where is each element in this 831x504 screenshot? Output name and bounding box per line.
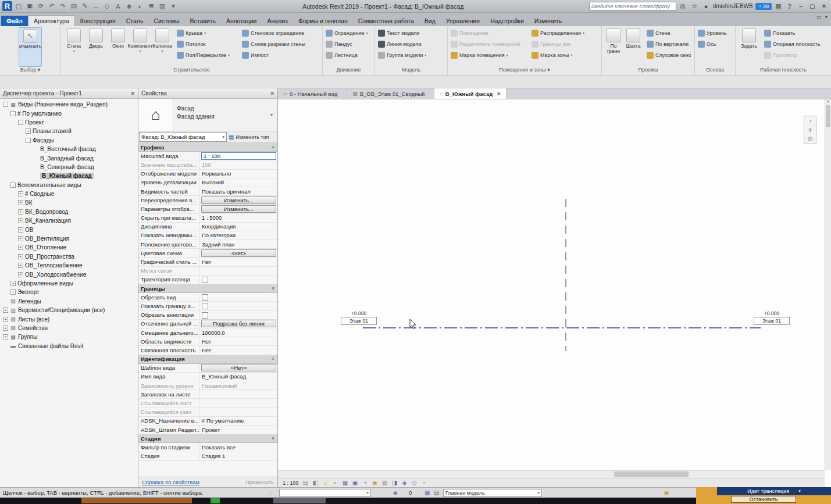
username[interactable]: dmishinJEBWB xyxy=(713,3,753,9)
ribbon-big-button[interactable]: Шахта xyxy=(623,27,643,67)
expander-icon[interactable]: + xyxy=(18,236,23,241)
property-row[interactable]: Положение цветово... Задний план ≡ xyxy=(138,240,277,249)
measure-icon[interactable]: ✎ xyxy=(81,2,89,10)
property-row[interactable]: Масштаб вида 1 : 100 ≡ xyxy=(138,152,277,160)
drawing-area[interactable]: +0.000 Этаж 01 +0.000 Этаж 01 ◔✛◎ xyxy=(278,99,825,470)
ribbon-big-button[interactable]: Дверь xyxy=(85,27,107,67)
ribbon-big-button[interactable]: По грани xyxy=(604,27,623,67)
temporary-hide-isolate-icon[interactable]: ◔ xyxy=(362,480,369,486)
property-row[interactable]: Смещение дальнего... 100000.0 ≡ xyxy=(138,328,277,337)
ribbon-tab[interactable]: Формы и генплан xyxy=(293,16,353,26)
search-icon[interactable]: ◎ xyxy=(679,2,687,10)
ribbon-tab[interactable]: Анализ xyxy=(262,16,293,26)
restore-button[interactable]: ▢ xyxy=(808,3,817,9)
ribbon-big-button[interactable]: Окно xyxy=(107,27,129,67)
ribbon-small-button[interactable]: Разделитель помещений xyxy=(450,38,528,49)
level-head-left[interactable]: +0.000 Этаж 01 xyxy=(341,310,377,325)
property-row[interactable]: Траектория солнца ≡ xyxy=(138,276,277,284)
expander-icon[interactable]: - xyxy=(26,138,31,143)
tree-item[interactable]: - Проект xyxy=(0,118,138,127)
tree-item[interactable]: + ▩ Группы xyxy=(0,333,138,341)
tree-item[interactable]: + ОВ_Пространства xyxy=(0,252,138,261)
ribbon-small-button[interactable]: Границы зон xyxy=(530,38,599,49)
panel-label-rooms[interactable]: Помещения и зоны ▾ xyxy=(448,67,601,76)
ribbon-big-button[interactable]: Задать xyxy=(737,27,761,67)
save-icon[interactable]: ▣ xyxy=(26,2,34,10)
tree-item[interactable]: + ОВ_Вентиляция xyxy=(0,234,138,243)
expander-icon[interactable]: + xyxy=(3,317,8,322)
sign-in-icon[interactable]: ● xyxy=(702,3,711,10)
horizontal-scrollbar[interactable] xyxy=(278,470,825,478)
ribbon-tab[interactable]: Конструкция xyxy=(75,16,121,26)
pan-icon[interactable]: ✛ xyxy=(808,127,812,133)
ribbon-small-button[interactable]: Ограждение▾ xyxy=(324,27,373,38)
property-row[interactable]: Переопределения в... Изменить... ≡ xyxy=(138,196,277,205)
tree-item[interactable]: + ВК_Водопровод xyxy=(0,208,138,216)
tree-item[interactable]: - # По умолчанию xyxy=(0,109,138,117)
ribbon-small-button[interactable]: Марка помещения▾ xyxy=(450,49,528,60)
ribbon-tab[interactable]: Сталь xyxy=(121,16,149,26)
help-icon[interactable]: ? xyxy=(785,3,794,10)
scale-control[interactable]: 1 : 100 xyxy=(283,480,299,486)
vertical-scrollbar[interactable]: ▲ xyxy=(825,99,831,470)
tree-item[interactable]: + # Сводные xyxy=(0,190,138,198)
ribbon-small-button[interactable]: Ось xyxy=(697,38,733,49)
properties-help-link[interactable]: Справка по свойствам xyxy=(142,479,199,485)
expander-icon[interactable]: + xyxy=(18,272,23,277)
scrollbar-thumb[interactable] xyxy=(826,105,830,127)
scrollbar-thumb[interactable] xyxy=(614,471,689,477)
property-row[interactable]: Обрезать аннотации ≡ xyxy=(138,311,277,320)
tree-item[interactable]: В_Западный фасад xyxy=(0,153,138,162)
shadows-icon[interactable]: ◐ xyxy=(332,480,339,486)
app-store-icon[interactable]: ▦ xyxy=(774,2,783,10)
pin-icon[interactable]: ≡ xyxy=(272,286,277,291)
ribbon-small-button[interactable]: Помещение xyxy=(450,27,528,38)
minimize-button[interactable]: – xyxy=(796,3,805,9)
property-row[interactable]: Обрезать вид ≡ xyxy=(138,293,277,302)
property-row[interactable]: Ссылающийся узел ≡ xyxy=(138,408,277,417)
ribbon-display-toggle-icon[interactable]: ▭ xyxy=(816,14,822,20)
close-icon[interactable]: ✕ xyxy=(270,91,274,96)
view-tab[interactable]: ⌂ В_Южный фасад ✕ xyxy=(434,88,507,99)
stop-broadcast-button[interactable]: Остановить xyxy=(731,496,796,503)
ribbon-small-button[interactable]: Схема разрезки стены xyxy=(241,38,315,49)
ribbon-tab[interactable]: Управление xyxy=(441,16,485,26)
property-row[interactable]: Границы ≡ xyxy=(138,284,277,293)
expander-icon[interactable]: + xyxy=(26,128,31,134)
expander-icon[interactable]: - xyxy=(10,183,16,188)
property-row[interactable]: Параметры отобра... Изменить... ≡ xyxy=(138,205,277,213)
property-row[interactable]: Стадии ≡ xyxy=(138,434,277,443)
pin-icon[interactable]: ≡ xyxy=(272,356,277,362)
worksets-combo[interactable]: ▾ xyxy=(279,489,371,497)
expander-icon[interactable]: - xyxy=(10,111,16,116)
detail-level-icon[interactable]: ▤ xyxy=(302,480,309,486)
tree-item[interactable]: + ВК xyxy=(0,198,138,207)
expander-icon[interactable]: + xyxy=(18,200,23,205)
sync-with-central-icon[interactable]: ⟳ xyxy=(37,2,45,10)
level-head-right[interactable]: +0.000 Этаж 01 xyxy=(754,310,790,325)
customize-qat-icon[interactable]: ▾ xyxy=(169,2,177,10)
close-button[interactable]: ✕ xyxy=(819,3,829,9)
crop-view-icon[interactable]: ▦ xyxy=(342,480,349,486)
property-row[interactable]: Уровень детализации Высокий ≡ xyxy=(138,178,277,187)
property-row[interactable]: Метка связи ≡ xyxy=(138,267,277,276)
ribbon-small-button[interactable]: Потолок xyxy=(176,38,238,49)
property-row[interactable]: Стадия Стадия 1 ≡ xyxy=(138,452,277,461)
ribbon-tab[interactable]: Вставить xyxy=(184,16,221,26)
expander-icon[interactable]: + xyxy=(10,281,16,286)
aligned-dimension-icon[interactable]: ↔ xyxy=(92,3,100,10)
close-inactive-windows-icon[interactable]: ▥ xyxy=(158,2,166,10)
type-selector[interactable]: ⌂ Фасад Фасад здания ▾ xyxy=(138,99,277,131)
expander-icon[interactable]: + xyxy=(18,218,23,223)
tree-item[interactable]: В_Восточный фасад xyxy=(0,145,138,153)
undo-icon[interactable]: ↶ xyxy=(48,2,56,10)
property-row[interactable]: Фильтр по стадиям Показать все ≡ xyxy=(138,443,277,452)
tree-item[interactable]: + ОВ xyxy=(0,225,138,234)
sun-settings-icon[interactable]: ☼ xyxy=(322,480,329,486)
reveal-hidden-elements-icon[interactable]: ◉ xyxy=(372,480,379,486)
close-icon[interactable]: ✕ xyxy=(130,91,135,96)
editable-only-icon[interactable]: ▦ xyxy=(425,489,430,496)
property-row[interactable]: ADSK_Назначение в... # По умолчанию ≡ xyxy=(138,417,277,426)
property-row[interactable]: Цветовая схема <нет> ≡ xyxy=(138,249,277,258)
property-row[interactable]: ADSK_Штамп Раздел... Проект ≡ xyxy=(138,426,277,434)
